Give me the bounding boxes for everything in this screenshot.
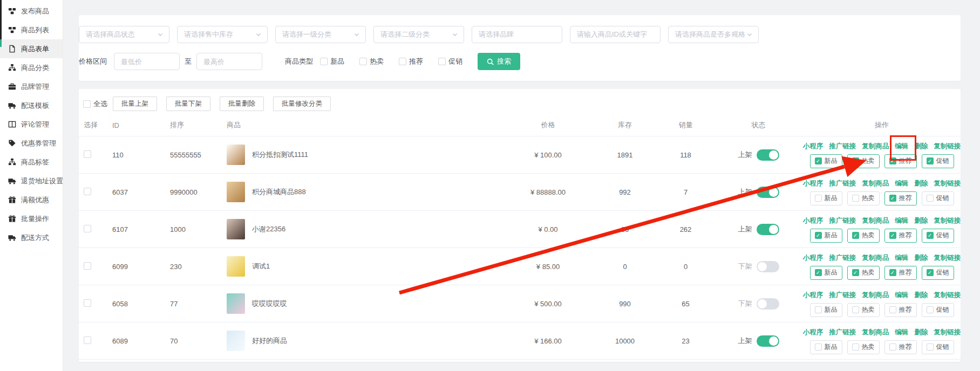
action-promo-link[interactable]: 推广链接 <box>829 253 856 263</box>
batch-change-category-button[interactable]: 批量修改分类 <box>273 97 331 111</box>
tag-checkbox-hot[interactable]: 热卖 <box>847 191 880 205</box>
tag-checkbox-recommend[interactable]: ✓推荐 <box>884 154 917 168</box>
action-mini-program[interactable]: 小程序 <box>803 179 824 188</box>
tag-checkbox-promo[interactable]: 促销 <box>922 340 954 354</box>
type-checkbox-promo[interactable]: 促销 <box>438 57 462 66</box>
action-mini-program[interactable]: 小程序 <box>803 216 824 225</box>
sidebar-item-product-form[interactable]: 商品表单 <box>0 39 63 58</box>
sidebar-item-brand-management[interactable]: 品牌管理 <box>0 77 63 96</box>
batch-on-shelf-button[interactable]: 批量上架 <box>113 97 157 111</box>
row-checkbox[interactable] <box>84 336 91 344</box>
action-edit[interactable]: 编辑 <box>895 179 908 188</box>
action-edit[interactable]: 编辑 <box>895 291 908 300</box>
product-status-select[interactable]: 请选择商品状态 <box>79 26 169 43</box>
tag-checkbox-recommend[interactable]: ✓推荐 <box>884 191 917 205</box>
tag-checkbox-new[interactable]: 新品 <box>810 340 842 354</box>
checkbox-icon[interactable] <box>320 58 328 65</box>
tag-checkbox-hot[interactable]: ✓热卖 <box>847 154 880 168</box>
action-delete[interactable]: 删除 <box>914 291 928 300</box>
action-promo-link[interactable]: 推广链接 <box>829 291 856 300</box>
status-toggle[interactable] <box>757 149 779 161</box>
action-copy-link[interactable]: 复制链接 <box>934 142 961 151</box>
status-toggle[interactable] <box>757 187 779 198</box>
action-edit[interactable]: 编辑 <box>895 328 908 337</box>
action-mini-program[interactable]: 小程序 <box>803 253 824 263</box>
sidebar-item-delivery-method[interactable]: 配送方式 <box>0 228 63 247</box>
tag-checkbox-new[interactable]: ✓新品 <box>810 266 842 280</box>
multi-spec-select[interactable]: 请选择商品是否多规格 <box>668 26 759 43</box>
sidebar-item-return-address-settings[interactable]: 退货地址设置 <box>0 171 63 190</box>
row-checkbox[interactable] <box>84 150 91 158</box>
tag-checkbox-promo[interactable]: 促销 <box>922 303 954 317</box>
tag-checkbox-recommend[interactable]: ✓推荐 <box>884 266 917 280</box>
action-copy-product[interactable]: 复制商品 <box>862 328 889 337</box>
action-edit[interactable]: 编辑 <box>895 253 908 263</box>
sidebar-item-delivery-template[interactable]: 配送模板 <box>0 96 63 115</box>
checkbox-icon[interactable] <box>359 58 367 65</box>
action-delete[interactable]: 删除 <box>914 142 928 151</box>
tag-checkbox-recommend[interactable]: 推荐 <box>884 303 917 317</box>
tag-checkbox-new[interactable]: 新品 <box>810 191 842 205</box>
action-copy-link[interactable]: 复制链接 <box>934 179 961 188</box>
sidebar-item-publish-product[interactable]: 发布商品 <box>0 2 63 20</box>
tag-checkbox-hot[interactable]: ✓热卖 <box>847 266 880 280</box>
action-copy-product[interactable]: 复制商品 <box>862 142 889 151</box>
action-promo-link[interactable]: 推广链接 <box>829 179 856 188</box>
action-promo-link[interactable]: 推广链接 <box>829 328 856 337</box>
tag-checkbox-recommend[interactable]: 推荐 <box>884 340 917 354</box>
action-promo-link[interactable]: 推广链接 <box>829 216 856 225</box>
tag-checkbox-promo[interactable]: ✓促销 <box>922 266 954 280</box>
sidebar-scrollbar-thumb[interactable] <box>0 0 2 39</box>
level2-category-select[interactable]: 请选择二级分类 <box>373 26 464 43</box>
brand-select[interactable]: 请选择品牌 <box>472 26 562 43</box>
action-copy-product[interactable]: 复制商品 <box>862 179 889 188</box>
action-edit[interactable]: 编辑 <box>895 142 908 151</box>
sidebar-item-product-list[interactable]: 商品列表 <box>0 20 63 39</box>
checkbox-icon[interactable] <box>83 100 91 108</box>
row-checkbox[interactable] <box>84 299 91 307</box>
batch-off-shelf-button[interactable]: 批量下架 <box>166 97 210 111</box>
sidebar-item-coupon-management[interactable]: 优惠券管理 <box>0 134 63 153</box>
action-copy-link[interactable]: 复制链接 <box>934 328 961 337</box>
action-copy-product[interactable]: 复制商品 <box>862 216 889 225</box>
action-copy-link[interactable]: 复制链接 <box>934 291 961 300</box>
action-copy-product[interactable]: 复制商品 <box>862 291 889 300</box>
tag-checkbox-hot[interactable]: ✓热卖 <box>847 229 880 243</box>
type-checkbox-recommend[interactable]: 推荐 <box>399 57 423 66</box>
sidebar-item-batch-operations[interactable]: 批量操作 <box>0 209 63 228</box>
select-all-checkbox[interactable]: 全选 <box>83 99 107 109</box>
checkbox-icon[interactable] <box>399 58 406 65</box>
action-copy-link[interactable]: 复制链接 <box>934 253 961 263</box>
search-button[interactable]: 搜索 <box>478 53 520 70</box>
action-promo-link[interactable]: 推广链接 <box>829 142 856 151</box>
type-checkbox-new[interactable]: 新品 <box>320 57 344 66</box>
tag-checkbox-promo[interactable]: ✓促销 <box>922 154 954 168</box>
stock-on-sale-select[interactable]: 请选择售中库存 <box>177 26 268 43</box>
level1-category-select[interactable]: 请选择一级分类 <box>275 26 366 43</box>
action-copy-product[interactable]: 复制商品 <box>862 253 889 263</box>
min-price-input[interactable] <box>114 53 180 70</box>
sidebar-item-comment-management[interactable]: 评论管理 <box>0 115 63 134</box>
action-delete[interactable]: 删除 <box>914 216 928 225</box>
max-price-input[interactable] <box>196 53 262 70</box>
checkbox-icon[interactable] <box>438 58 446 65</box>
batch-delete-button[interactable]: 批量删除 <box>220 97 264 111</box>
row-checkbox[interactable] <box>84 188 91 195</box>
action-delete[interactable]: 删除 <box>914 179 928 188</box>
tag-checkbox-promo[interactable]: 促销 <box>922 191 954 205</box>
status-toggle[interactable] <box>757 335 779 347</box>
sidebar-item-full-amount-discount[interactable]: 满额优惠 <box>0 190 63 209</box>
tag-checkbox-promo[interactable]: ✓促销 <box>922 229 954 243</box>
action-delete[interactable]: 删除 <box>914 328 928 337</box>
tag-checkbox-hot[interactable]: 热卖 <box>847 340 880 354</box>
sidebar-item-product-tags[interactable]: 商品标签 <box>0 153 63 171</box>
action-delete[interactable]: 删除 <box>914 253 928 263</box>
tag-checkbox-hot[interactable]: 热卖 <box>847 303 880 317</box>
action-mini-program[interactable]: 小程序 <box>803 291 824 300</box>
product-id-keyword-input[interactable]: 请输入商品ID或关键字 <box>570 26 661 43</box>
row-checkbox[interactable] <box>84 225 91 232</box>
tag-checkbox-recommend[interactable]: ✓推荐 <box>884 229 917 243</box>
type-checkbox-hot[interactable]: 热卖 <box>359 57 384 66</box>
tag-checkbox-new[interactable]: ✓新品 <box>810 229 842 243</box>
action-edit[interactable]: 编辑 <box>895 216 908 225</box>
